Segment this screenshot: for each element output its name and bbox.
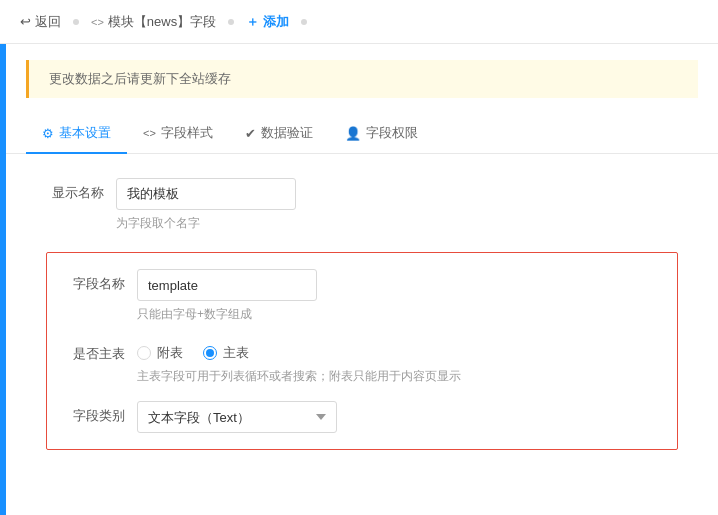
tabs-bar: ⚙ 基本设置 <> 字段样式 ✔ 数据验证 👤 字段权限 [6,114,718,154]
back-icon: ↩ [20,14,31,29]
add-button[interactable]: ＋ 添加 [246,13,289,31]
radio-group: 附表 主表 [137,339,657,362]
validate-icon: ✔ [245,126,256,141]
red-section: 字段名称 只能由字母+数字组成 是否主表 附表 [46,252,678,450]
radio-sub[interactable]: 附表 [137,344,183,362]
is-master-row: 是否主表 附表 主表 主表字段可用于列表循环或者搜 [67,339,657,385]
display-name-hint: 为字段取个名字 [116,215,678,232]
back-label: 返回 [35,13,61,31]
plus-icon: ＋ [246,13,259,31]
radio-main-label: 主表 [223,344,249,362]
tab-permission[interactable]: 👤 字段权限 [329,114,434,154]
top-navigation: ↩ 返回 <> 模块【news】字段 ＋ 添加 [0,0,718,44]
module-label: <> 模块【news】字段 [91,13,216,31]
is-master-hint: 主表字段可用于列表循环或者搜索；附表只能用于内容页显示 [137,368,657,385]
field-type-content: 文本字段（Text） 数字字段（Number） 日期字段（Date） 图片字段（… [137,401,657,433]
tab-basic-label: 基本设置 [59,124,111,142]
content-area: 更改数据之后请更新下全站缓存 ⚙ 基本设置 <> 字段样式 ✔ 数据验证 👤 字… [6,44,718,515]
back-button[interactable]: ↩ 返回 [20,13,61,31]
warning-banner: 更改数据之后请更新下全站缓存 [26,60,698,98]
field-name-row: 字段名称 只能由字母+数字组成 [67,269,657,323]
nav-dot-1 [73,19,79,25]
nav-dot-2 [228,19,234,25]
field-name-hint: 只能由字母+数字组成 [137,306,657,323]
display-name-label: 显示名称 [46,178,116,202]
tab-validate-label: 数据验证 [261,124,313,142]
is-master-label: 是否主表 [67,339,137,363]
add-label: 添加 [263,13,289,31]
field-name-label: 字段名称 [67,269,137,293]
main-layout: 更改数据之后请更新下全站缓存 ⚙ 基本设置 <> 字段样式 ✔ 数据验证 👤 字… [0,44,718,515]
warning-text: 更改数据之后请更新下全站缓存 [49,71,231,86]
module-text: 模块【news】字段 [108,13,216,31]
module-icon: <> [91,16,104,28]
field-type-select[interactable]: 文本字段（Text） 数字字段（Number） 日期字段（Date） 图片字段（… [137,401,337,433]
code-icon: <> [143,127,156,139]
display-name-row: 显示名称 为字段取个名字 [46,178,678,232]
field-name-input[interactable] [137,269,317,301]
tab-basic[interactable]: ⚙ 基本设置 [26,114,127,154]
tab-permission-label: 字段权限 [366,124,418,142]
gear-icon: ⚙ [42,126,54,141]
is-master-content: 附表 主表 主表字段可用于列表循环或者搜索；附表只能用于内容页显示 [137,339,657,385]
radio-sub-label: 附表 [157,344,183,362]
user-icon: 👤 [345,126,361,141]
nav-dot-3 [301,19,307,25]
radio-main-circle [203,346,217,360]
field-type-row: 字段类别 文本字段（Text） 数字字段（Number） 日期字段（Date） … [67,401,657,433]
tab-style[interactable]: <> 字段样式 [127,114,229,154]
display-name-input[interactable] [116,178,296,210]
field-name-content: 只能由字母+数字组成 [137,269,657,323]
display-name-content: 为字段取个名字 [116,178,678,232]
tab-validate[interactable]: ✔ 数据验证 [229,114,329,154]
form-area: 显示名称 为字段取个名字 字段名称 只能由字母+数字组成 [6,154,718,490]
radio-main[interactable]: 主表 [203,344,249,362]
tab-style-label: 字段样式 [161,124,213,142]
radio-sub-circle [137,346,151,360]
field-type-label: 字段类别 [67,401,137,425]
